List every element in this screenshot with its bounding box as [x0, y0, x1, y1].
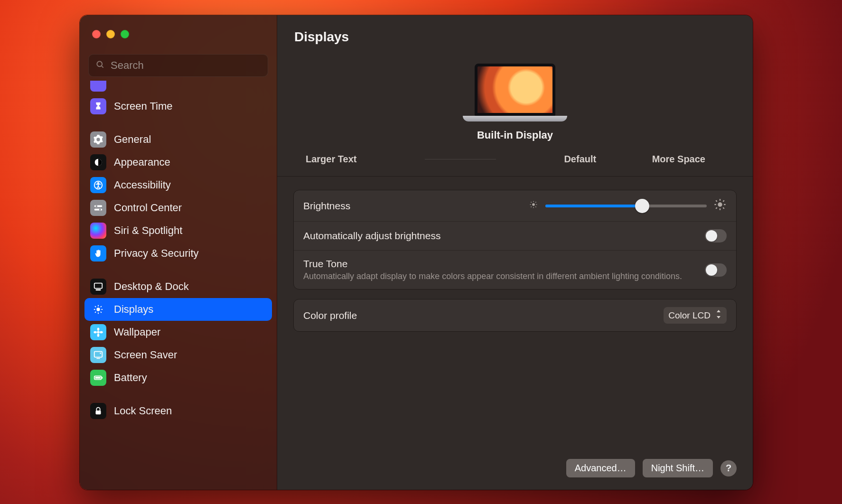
svg-point-11 — [96, 308, 100, 311]
svg-line-47 — [716, 207, 717, 208]
svg-rect-25 — [94, 352, 103, 357]
system-settings-window: Screen Time General Appearance Acces — [80, 15, 753, 490]
screensaver-icon — [90, 347, 106, 363]
sidebar-item-lock-screen[interactable]: Lock Screen — [84, 400, 272, 422]
minimize-window-button[interactable] — [106, 30, 115, 38]
svg-line-1 — [102, 66, 103, 68]
svg-line-16 — [95, 306, 96, 307]
brightness-panel: Brightness — [293, 190, 737, 289]
sidebar-item-screen-time[interactable]: Screen Time — [84, 95, 272, 118]
svg-line-45 — [716, 200, 717, 201]
svg-line-46 — [723, 207, 724, 208]
brightness-row: Brightness — [294, 190, 736, 221]
svg-rect-29 — [102, 377, 103, 379]
sidebar-item-label: Control Center — [114, 202, 182, 214]
lock-icon — [90, 403, 106, 419]
brightness-slider[interactable] — [545, 205, 707, 207]
svg-rect-9 — [94, 283, 103, 289]
sidebar-item-label: Siri & Spotlight — [114, 224, 182, 237]
true-tone-label: True Tone — [303, 258, 682, 270]
svg-line-19 — [101, 306, 102, 307]
svg-point-22 — [97, 334, 100, 336]
sidebar-item-siri-spotlight[interactable]: Siri & Spotlight — [84, 219, 272, 242]
page-title: Displays — [277, 15, 753, 45]
display-hero: Built-in Display Larger Text Default Mor… — [277, 45, 753, 177]
footer-buttons: Advanced… Night Shift… ? — [566, 459, 737, 477]
sidebar-item-label: Displays — [114, 303, 153, 316]
svg-rect-30 — [96, 411, 101, 414]
sidebar-item-wallpaper[interactable]: Wallpaper — [84, 321, 272, 344]
night-shift-button[interactable]: Night Shift… — [643, 459, 713, 477]
fullscreen-window-button[interactable] — [121, 30, 129, 38]
color-profile-select[interactable]: Color LCD — [664, 307, 727, 324]
brightness-slider-knob[interactable] — [635, 199, 649, 213]
svg-rect-28 — [95, 377, 101, 379]
svg-line-39 — [535, 202, 536, 203]
svg-line-48 — [723, 200, 724, 201]
resolution-scale-row[interactable]: Larger Text Default More Space — [277, 147, 753, 165]
sidebar-item-label: Desktop & Dock — [114, 280, 189, 293]
sidebar-item-displays[interactable]: Displays — [84, 298, 272, 321]
sidebar-item-label: Privacy & Security — [114, 247, 199, 260]
color-profile-value: Color LCD — [668, 310, 711, 321]
flower-icon — [90, 324, 106, 340]
sidebar-item-accessibility[interactable]: Accessibility — [84, 174, 272, 196]
sidebar-list: Screen Time General Appearance Acces — [80, 81, 277, 422]
svg-point-21 — [97, 327, 100, 330]
true-tone-row: True Tone Automatically adapt display to… — [294, 250, 736, 289]
search-icon — [95, 60, 105, 71]
search-field[interactable] — [88, 54, 268, 77]
sidebar-item-general[interactable]: General — [84, 128, 272, 151]
battery-icon — [90, 370, 106, 386]
hourglass-icon — [90, 98, 106, 114]
gear-icon — [90, 131, 106, 148]
siri-icon — [90, 223, 106, 239]
svg-point-40 — [718, 202, 722, 206]
device-illustration — [463, 64, 567, 121]
search-input[interactable] — [111, 59, 261, 72]
auto-brightness-row: Automatically adjust brightness — [294, 221, 736, 250]
svg-line-37 — [535, 206, 536, 207]
auto-brightness-label: Automatically adjust brightness — [303, 230, 440, 242]
brightness-icon — [90, 301, 106, 317]
sidebar-item-control-center[interactable]: Control Center — [84, 196, 272, 219]
sidebar-item-label: Lock Screen — [114, 405, 172, 417]
svg-point-31 — [532, 203, 535, 206]
sidebar-item-label: Wallpaper — [114, 326, 160, 338]
svg-point-0 — [97, 61, 102, 66]
svg-rect-5 — [94, 205, 103, 207]
sidebar-item-screen-saver[interactable]: Screen Saver — [84, 344, 272, 366]
true-tone-toggle[interactable] — [705, 263, 727, 277]
svg-line-18 — [95, 312, 96, 313]
sidebar: Screen Time General Appearance Acces — [80, 15, 277, 490]
advanced-button[interactable]: Advanced… — [566, 459, 635, 477]
sidebar-item-label: General — [114, 133, 151, 146]
resolution-larger-text: Larger Text — [306, 154, 356, 165]
sun-large-icon — [713, 198, 727, 214]
color-profile-panel: Color profile Color LCD — [293, 299, 737, 332]
resolution-default: Default — [564, 154, 596, 165]
accessibility-icon — [90, 177, 106, 193]
sidebar-item-hidden[interactable] — [84, 81, 272, 95]
sidebar-item-battery[interactable]: Battery — [84, 366, 272, 389]
dock-icon — [90, 279, 106, 295]
svg-point-23 — [94, 331, 96, 334]
window-controls — [80, 25, 277, 44]
sidebar-item-label: Screen Saver — [114, 349, 177, 361]
sidebar-item-privacy-security[interactable]: Privacy & Security — [84, 242, 272, 265]
resolution-more-space: More Space — [652, 154, 705, 165]
sidebar-item-label: Appearance — [114, 156, 170, 168]
svg-point-8 — [99, 209, 101, 211]
close-window-button[interactable] — [92, 30, 101, 38]
help-button[interactable]: ? — [720, 460, 737, 476]
sidebar-item-appearance[interactable]: Appearance — [84, 151, 272, 174]
svg-point-26 — [100, 353, 101, 354]
sidebar-item-label: Battery — [114, 372, 147, 384]
svg-point-20 — [97, 331, 100, 334]
svg-rect-6 — [94, 209, 103, 211]
svg-rect-10 — [96, 289, 101, 291]
device-name: Built-in Display — [477, 129, 553, 141]
chevron-up-down-icon — [715, 310, 722, 321]
auto-brightness-toggle[interactable] — [705, 229, 727, 243]
sidebar-item-desktop-dock[interactable]: Desktop & Dock — [84, 275, 272, 298]
